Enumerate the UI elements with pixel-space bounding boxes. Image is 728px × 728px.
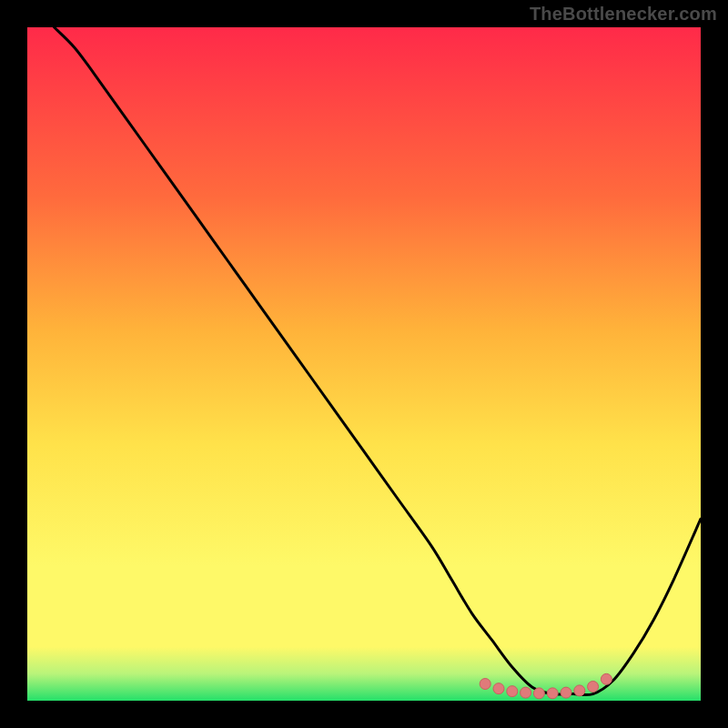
plot-area bbox=[27, 27, 701, 701]
bottleneck-chart bbox=[0, 0, 728, 728]
optimal-marker bbox=[480, 679, 490, 690]
optimal-marker bbox=[588, 681, 599, 692]
optimal-marker bbox=[601, 673, 612, 684]
optimal-marker bbox=[521, 687, 531, 698]
optimal-marker bbox=[533, 688, 544, 699]
chart-stage: TheBottlenecker.com bbox=[0, 0, 728, 728]
optimal-marker bbox=[493, 683, 504, 694]
optimal-marker bbox=[547, 688, 558, 699]
optimal-marker bbox=[574, 685, 585, 696]
optimal-marker bbox=[507, 686, 518, 697]
optimal-marker bbox=[561, 687, 571, 698]
